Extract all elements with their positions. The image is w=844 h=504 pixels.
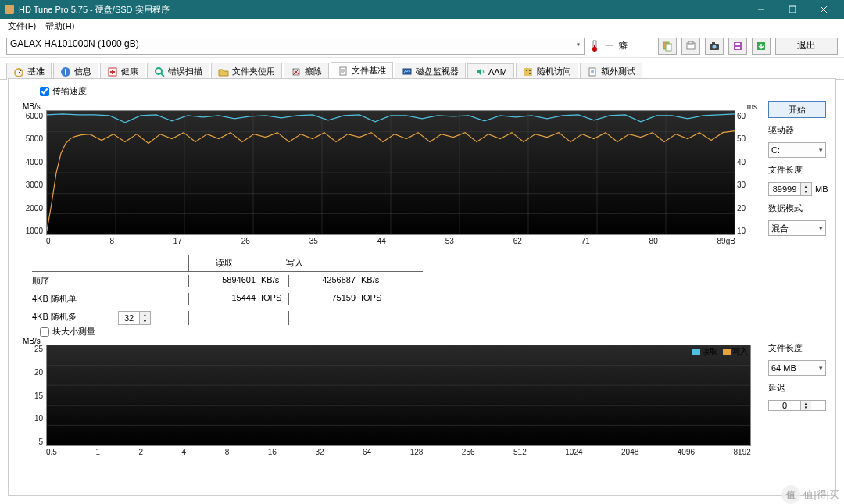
delay-label: 延迟 (768, 382, 826, 394)
exit-button[interactable]: 退出 (775, 38, 838, 55)
chart-blocksize: MB/s 读取 写入 252015 105 0.512 4816 3264128… (16, 337, 759, 462)
filelen2-select[interactable]: 64 MB (768, 360, 826, 376)
tab-monitor[interactable]: 磁盘监视器 (395, 63, 466, 80)
tab-folder[interactable]: 文件夹使用 (211, 63, 282, 80)
menu-help[interactable]: 帮助(H) (41, 19, 79, 34)
drive-label: 驱动器 (768, 124, 826, 136)
chart1-unit-right: ms (747, 102, 757, 111)
svg-rect-7 (688, 41, 693, 44)
svg-point-24 (526, 70, 528, 71)
col-write: 写入 (259, 255, 329, 271)
svg-rect-23 (524, 68, 532, 76)
chart-transfer: MB/s ms 600050004000 300020001000 605040… (16, 102, 759, 251)
tab-errorscan[interactable]: 错误扫描 (147, 63, 209, 80)
svg-point-9 (713, 45, 717, 48)
main-panel: 传输速度 MB/s ms 600050004000 300020001000 6… (8, 78, 836, 496)
filelen2-label: 文件长度 (768, 342, 826, 354)
blocksize-checkbox[interactable]: 块大小测量 (40, 326, 95, 338)
svg-rect-13 (735, 47, 740, 49)
chart2-yaxis: 252015 105 (16, 345, 45, 446)
tab-erase[interactable]: 擦除 (284, 63, 329, 80)
chart2-xaxis: 0.512 4816 3264128 2565121024 2048409681… (46, 448, 751, 462)
drive-toolbar: GALAX HA101000N (1000 gB) 一 癖 退出 (0, 34, 844, 58)
delay-spinner[interactable]: ▲▼ (768, 400, 826, 411)
chart1-unit-left: MB/s (23, 102, 41, 111)
svg-rect-10 (712, 42, 715, 45)
random-icon (523, 66, 534, 77)
svg-rect-5 (666, 44, 671, 51)
tab-filebench[interactable]: 文件基准 (331, 62, 393, 80)
datamode-label: 数据模式 (768, 202, 826, 214)
erase-icon (291, 66, 302, 77)
tab-random[interactable]: 随机访问 (516, 63, 578, 80)
chart1-yaxis-right: 605040 302010 (737, 112, 759, 235)
col-read: 读取 (188, 255, 259, 271)
window-titlebar: HD Tune Pro 5.75 - 硬盘/SSD 实用程序 (0, 0, 844, 19)
extra-icon (587, 66, 598, 77)
drive-letter-select[interactable]: C: (768, 142, 826, 158)
tab-extra[interactable]: 额外测试 (580, 63, 642, 80)
folder-icon (218, 66, 229, 77)
copy-screenshot-button[interactable] (681, 38, 700, 55)
tab-strip: 基准 i信息 健康 错误扫描 文件夹使用 擦除 文件基准 磁盘监视器 AAM 随… (0, 58, 844, 80)
svg-point-26 (529, 70, 531, 71)
menu-bar: 文件(F) 帮助(H) (0, 19, 844, 34)
thermometer-icon (589, 39, 600, 53)
chart2-plot (46, 345, 751, 446)
window-title: HD Tune Pro 5.75 - 硬盘/SSD 实用程序 (19, 4, 746, 16)
side-controls: 开始 驱动器 C: 文件长度 ▲▼ MB 数据模式 混合 文件长度 64 MB … (768, 101, 826, 411)
svg-rect-12 (735, 43, 740, 45)
filelen-spinner[interactable]: ▲▼ (768, 182, 812, 196)
copy-info-button[interactable] (658, 38, 677, 55)
filelen-label: 文件长度 (768, 164, 826, 176)
svg-text:i: i (65, 68, 67, 77)
chart2-legend: 读取 写入 (689, 346, 748, 357)
chart1-plot (46, 110, 735, 235)
chart1-xaxis: 0817 263544 536271 8089gB (46, 237, 735, 251)
menu-file[interactable]: 文件(F) (3, 19, 41, 34)
watermark: 值 值|得|买 (781, 485, 839, 504)
random-queue-spinner[interactable]: ▲▼ (118, 311, 151, 325)
svg-rect-3 (594, 45, 595, 48)
health-icon (107, 66, 118, 77)
file-icon (338, 66, 349, 77)
options-button[interactable] (752, 38, 771, 55)
svg-point-25 (529, 73, 531, 74)
chart1-yaxis-left: 600050004000 300020001000 (16, 112, 45, 235)
gauge-icon (13, 66, 24, 77)
aam-icon (474, 66, 485, 77)
tab-benchmark[interactable]: 基准 (6, 63, 52, 80)
search-icon (154, 66, 165, 77)
info-icon: i (60, 66, 71, 77)
svg-rect-0 (789, 6, 796, 13)
tab-aam[interactable]: AAM (467, 63, 514, 80)
maximize-button[interactable] (777, 0, 808, 19)
monitor-icon (402, 66, 413, 77)
app-icon (5, 5, 14, 14)
datamode-select[interactable]: 混合 (768, 220, 826, 236)
drive-select[interactable]: GALAX HA101000N (1000 gB) (6, 38, 585, 55)
watermark-icon: 值 (781, 485, 800, 504)
close-button[interactable] (808, 0, 839, 19)
minimize-button[interactable] (746, 0, 777, 19)
svg-point-19 (156, 68, 162, 74)
tab-info[interactable]: i信息 (53, 63, 98, 80)
tab-health[interactable]: 健康 (100, 63, 145, 80)
temperature-label: 一 癖 (605, 40, 629, 52)
save-button[interactable] (728, 38, 747, 55)
transfer-speed-checkbox[interactable]: 传输速度 (40, 85, 87, 97)
screenshot-button[interactable] (705, 38, 724, 55)
results-table: 读取 写入 顺序 5894601KB/s 4256887KB/s 4KB 随机单… (32, 255, 423, 328)
start-button[interactable]: 开始 (768, 101, 826, 118)
